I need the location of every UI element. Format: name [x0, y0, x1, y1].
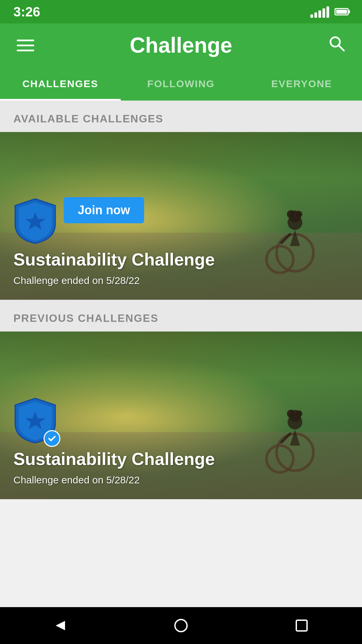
available-challenge-card[interactable]: Join now Sustainability Challenge Challe…	[0, 132, 362, 300]
previous-challenge-subtitle: Challenge ended on 5/28/22	[13, 474, 349, 486]
prev-shield-badge	[13, 397, 57, 444]
svg-marker-16	[56, 621, 65, 630]
status-bar: 3:26	[0, 0, 362, 23]
tab-challenges-label: CHALLENGES	[22, 78, 99, 90]
previous-card-content: Sustainability Challenge Challenge ended…	[0, 387, 362, 499]
card-top-row: Join now	[13, 197, 349, 244]
shield-badge	[13, 197, 57, 244]
previous-challenges-header: PREVIOUS CHALLENGES	[0, 300, 362, 332]
available-challenges-title: AVAILABLE CHALLENGES	[13, 113, 164, 125]
previous-challenge-title: Sustainability Challenge	[13, 449, 349, 469]
tab-everyone[interactable]: EVERYONE	[241, 67, 362, 101]
status-time: 3:26	[13, 4, 40, 19]
previous-challenge-card[interactable]: Sustainability Challenge Challenge ended…	[0, 332, 362, 499]
previous-challenges-title: PREVIOUS CHALLENGES	[13, 312, 159, 324]
hamburger-menu-icon[interactable]	[17, 40, 34, 51]
battery-icon	[335, 8, 349, 15]
tab-everyone-label: EVERYONE	[271, 78, 332, 90]
status-icons	[310, 6, 349, 18]
back-button[interactable]	[47, 612, 74, 639]
join-now-button[interactable]: Join now	[64, 197, 144, 223]
prev-card-top-row	[13, 397, 349, 444]
available-card-content: Join now Sustainability Challenge Challe…	[0, 187, 362, 300]
available-challenge-subtitle: Challenge ended on 5/28/22	[13, 275, 349, 286]
svg-rect-18	[296, 620, 307, 631]
tab-following-label: FOLLOWING	[147, 78, 215, 90]
tab-bar: CHALLENGES FOLLOWING EVERYONE	[0, 67, 362, 101]
content-area: AVAILABLE CHALLENGES	[0, 101, 362, 607]
available-challenge-title: Sustainability Challenge	[13, 249, 349, 270]
home-button[interactable]	[168, 612, 194, 639]
available-challenges-header: AVAILABLE CHALLENGES	[0, 101, 362, 132]
svg-point-17	[175, 620, 187, 632]
tab-following[interactable]: FOLLOWING	[121, 67, 241, 101]
signal-icon	[310, 6, 329, 18]
recent-button[interactable]	[288, 612, 315, 639]
bottom-nav	[0, 607, 362, 644]
check-overlay	[44, 430, 60, 447]
search-icon[interactable]	[328, 35, 345, 56]
app-bar: Challenge	[0, 23, 362, 67]
tab-challenges[interactable]: CHALLENGES	[0, 67, 121, 101]
svg-line-1	[339, 46, 344, 51]
app-title: Challenge	[130, 33, 232, 58]
